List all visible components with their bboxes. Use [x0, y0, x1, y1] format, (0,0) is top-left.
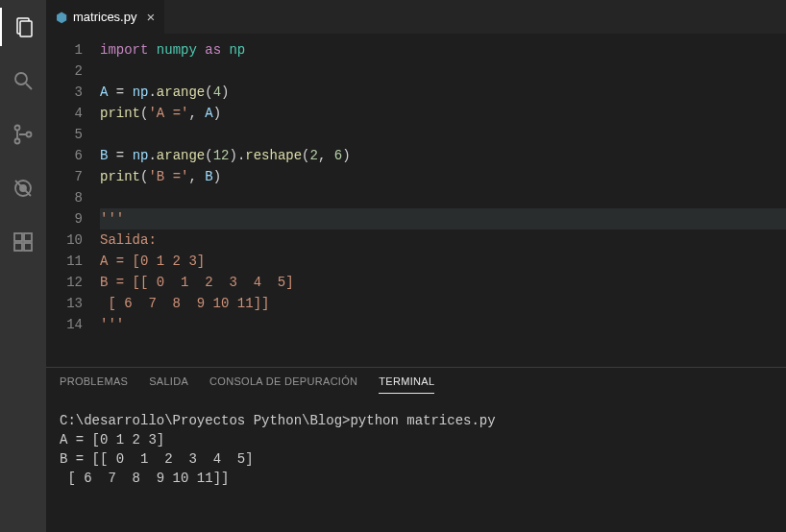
- code-line[interactable]: A = np.arange(4): [100, 82, 786, 103]
- panel-tab-problemas[interactable]: PROBLEMAS: [60, 375, 128, 394]
- code-line[interactable]: import numpy as np: [100, 39, 786, 60]
- debug-icon[interactable]: [0, 169, 46, 207]
- line-number: 5: [46, 124, 83, 145]
- editor-tabs: ⬢ matrices.py ×: [46, 0, 786, 34]
- search-icon[interactable]: [0, 61, 46, 100]
- code-line[interactable]: ''': [100, 314, 786, 335]
- tab-filename: matrices.py: [73, 10, 136, 24]
- tab-matrices-py[interactable]: ⬢ matrices.py ×: [46, 0, 165, 34]
- svg-point-4: [15, 126, 20, 131]
- line-number: 8: [46, 187, 83, 208]
- explorer-icon[interactable]: [0, 8, 46, 46]
- code-line[interactable]: [100, 187, 786, 208]
- activity-bar: [0, 0, 46, 532]
- main-area: ⬢ matrices.py × 1234567891011121314 impo…: [46, 0, 786, 532]
- line-number: 11: [46, 251, 83, 272]
- line-number: 9: [46, 208, 83, 230]
- code-line[interactable]: [ 6 7 8 9 10 11]]: [100, 293, 786, 314]
- panel-tab-consola-de-depuración[interactable]: CONSOLA DE DEPURACIÓN: [209, 375, 357, 394]
- line-number: 13: [46, 293, 83, 314]
- line-number: 10: [46, 230, 83, 251]
- code-line[interactable]: A = [0 1 2 3]: [100, 251, 786, 272]
- svg-point-6: [27, 133, 32, 137]
- svg-point-9: [20, 185, 26, 191]
- svg-point-5: [15, 139, 20, 144]
- code-line[interactable]: print('A =', A): [100, 103, 786, 124]
- panel-tab-salida[interactable]: SALIDA: [149, 375, 188, 394]
- source-control-icon[interactable]: [0, 115, 46, 154]
- svg-rect-1: [20, 21, 32, 36]
- code-line[interactable]: Salida:: [100, 230, 786, 251]
- svg-rect-13: [24, 243, 32, 251]
- svg-point-2: [15, 73, 27, 85]
- line-number: 1: [46, 39, 83, 60]
- line-number: 3: [46, 82, 83, 103]
- svg-rect-11: [24, 233, 32, 241]
- close-icon[interactable]: ×: [146, 9, 155, 25]
- line-number: 7: [46, 166, 83, 187]
- line-number: 14: [46, 314, 83, 335]
- python-file-icon: ⬢: [56, 10, 67, 25]
- code-line[interactable]: ''': [100, 208, 786, 230]
- code-line[interactable]: B = np.arange(12).reshape(2, 6): [100, 145, 786, 166]
- line-number: 6: [46, 145, 83, 166]
- line-number: 2: [46, 60, 83, 82]
- terminal-output[interactable]: C:\desarrollo\Proyectos Python\Blog>pyth…: [46, 394, 786, 532]
- code-line[interactable]: B = [[ 0 1 2 3 4 5]: [100, 272, 786, 293]
- bottom-panel: PROBLEMASSALIDACONSOLA DE DEPURACIÓNTERM…: [46, 367, 786, 532]
- svg-rect-10: [14, 233, 22, 241]
- line-number: 4: [46, 103, 83, 124]
- extensions-icon[interactable]: [0, 223, 46, 261]
- line-number-gutter: 1234567891011121314: [46, 39, 100, 367]
- line-number: 12: [46, 272, 83, 293]
- code-line[interactable]: [100, 124, 786, 145]
- code-line[interactable]: print('B =', B): [100, 166, 786, 187]
- code-line[interactable]: [100, 60, 786, 82]
- code-editor[interactable]: 1234567891011121314 import numpy as np A…: [46, 34, 786, 367]
- code-content[interactable]: import numpy as np A = np.arange(4)print…: [100, 39, 786, 367]
- svg-line-3: [26, 84, 32, 89]
- svg-rect-12: [14, 243, 22, 251]
- panel-tabs: PROBLEMASSALIDACONSOLA DE DEPURACIÓNTERM…: [46, 368, 786, 394]
- panel-tab-terminal[interactable]: TERMINAL: [379, 375, 434, 394]
